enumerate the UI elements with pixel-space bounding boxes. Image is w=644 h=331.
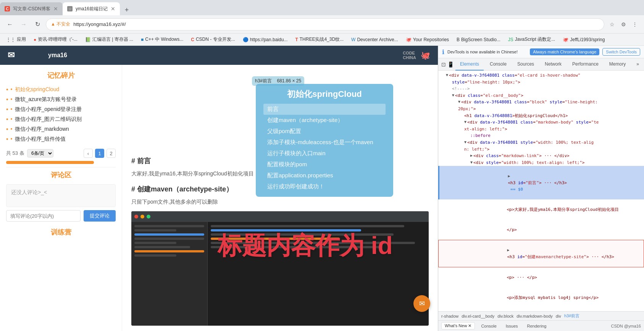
bookmark-2[interactable]: 📗 汇编语言 | 寄存器 ... — [82, 35, 136, 43]
breadcrumb-markdown[interactable]: div.markdown-body — [516, 314, 553, 318]
tab-more[interactable]: » — [632, 58, 644, 71]
code-line-16[interactable]: <p>大家好,我是yma16,本期分享springCloud初始化项目 — [438, 199, 644, 220]
breadcrumb-card-body[interactable]: div.el-card__body — [462, 314, 494, 318]
breadcrumb-h3[interactable]: h3#前言 — [564, 313, 579, 319]
toc-item-7[interactable]: 配置application.properties — [263, 170, 386, 181]
code-line-7[interactable]: <h1 data-v-3f648081>初始化springCloud</h1> — [438, 112, 644, 119]
code-line-13[interactable]: ▶ <div class="markdown-link"> ··· </div> — [438, 153, 644, 159]
bottom-tab-console[interactable]: Console — [478, 323, 499, 329]
arrow-4[interactable]: ▼ — [452, 92, 454, 98]
toc-item-4[interactable]: 添加子模块-mduleaccess-也是一个maven — [263, 137, 386, 148]
github-icon[interactable]: 🐙 — [421, 51, 430, 60]
code-line-12[interactable]: n: left;"> — [438, 146, 644, 153]
prev-page-button[interactable]: ‹ — [84, 149, 93, 158]
bookmark-apps[interactable]: ⋮⋮ 应用 — [3, 35, 29, 43]
toc-item-8[interactable]: 运行成功即创建成功！ — [263, 181, 386, 192]
list-item[interactable]: • 微信小程序_图片二维码识别 — [6, 114, 116, 124]
tab1-close[interactable]: ✕ — [53, 6, 58, 12]
code-line-19[interactable]: <p> ··· </p> — [438, 267, 644, 288]
comment-input[interactable] — [6, 210, 81, 222]
page-2-button[interactable]: 2 — [107, 149, 116, 158]
tab-memory[interactable]: Memory — [605, 58, 630, 71]
article-link-1[interactable]: 初始化springCloud — [15, 86, 60, 93]
breadcrumb-block[interactable]: div.block — [497, 314, 513, 318]
menu-icon[interactable]: ⋮ — [630, 20, 639, 29]
tab-yma16[interactable]: ☆ yma16前端日记 ✕ — [63, 2, 120, 15]
code-line-3[interactable]: <!----> — [438, 85, 644, 92]
bookmark-10[interactable]: JS JavaScript 函数定... — [505, 35, 558, 43]
tab-network[interactable]: Network — [540, 58, 566, 71]
code-line-9[interactable]: xt-align: left;"> — [438, 126, 644, 133]
code-line-1[interactable]: ▼ <div data-v-3f648081 class="el-card is… — [438, 72, 644, 79]
always-match-button[interactable]: Always match Chrome's language — [530, 48, 599, 55]
code-line-8[interactable]: ▼ <div data-v-3f648081 class="markdown-b… — [438, 119, 644, 126]
tab-csdn[interactable]: C 写文章-CSDN博客 ✕ — [0, 2, 63, 15]
bookmark-7[interactable]: W Devcenter Archive... — [348, 36, 401, 43]
toc-item-2[interactable]: 创建maven（archetype-site） — [263, 115, 386, 126]
code-line-11[interactable]: ▼ <div data-v-3f648081 style="width: 100… — [438, 139, 644, 146]
tab-performance[interactable]: Performance — [568, 58, 603, 71]
list-item[interactable]: • 初始化springCloud — [6, 85, 116, 95]
tab-console[interactable]: Console — [485, 58, 511, 71]
bookmark-11[interactable]: 🐙 JeffLi1993/spring — [560, 36, 608, 43]
switch-devtools-button[interactable]: Switch DevTools — [602, 48, 640, 56]
list-item[interactable]: • 微信小程序_组件传值 — [6, 134, 116, 144]
code-line-21[interactable]: <pre> ··· </pre> — [438, 308, 644, 311]
code-line-20[interactable]: <p>添加mysql mybatis log4j spring</p> — [438, 288, 644, 308]
bottom-tab-issues[interactable]: Issues — [503, 323, 521, 329]
list-item[interactable]: • 微软_azure第3方账号登录 — [6, 95, 116, 104]
bookmark-1[interactable]: ● 资讯·哔哩哔哩（'-... — [31, 35, 81, 43]
code-line-15-selected[interactable]: ▶ <h3 id="前言"> ··· </h3> == $0 — [438, 166, 644, 199]
toc-item-6[interactable]: 配置模块的pom — [263, 159, 386, 170]
refresh-button[interactable]: ↻ — [32, 19, 43, 30]
code-line-4[interactable]: ▼ <div class="el-card__body"> — [438, 92, 644, 99]
tab2-close[interactable]: ✕ — [111, 6, 115, 12]
breadcrumb-shadow[interactable]: r-shadow — [441, 314, 458, 318]
bookmark-5[interactable]: 🔵 https://pan.baidu... — [240, 36, 291, 43]
inspect-icon[interactable]: ⊡ — [441, 60, 446, 69]
contact-button[interactable]: ✉ — [413, 295, 430, 312]
code-line-5[interactable]: ▼ <div data-v-3f648081 class="block" sty… — [438, 99, 644, 106]
extension-icon[interactable]: ⚙ — [619, 20, 628, 29]
device-icon[interactable]: 📱 — [447, 60, 454, 69]
tab-sources[interactable]: Sources — [513, 58, 539, 71]
bookmark-6[interactable]: T THREE实战4_3D纹... — [292, 35, 347, 43]
arrow-13[interactable]: ▶ — [470, 153, 473, 159]
code-line-6[interactable]: 20px;"> — [438, 106, 644, 112]
url-bar[interactable]: ▲ 不安全 https://yongma16.xyz/#/ — [46, 18, 604, 31]
code-line-14[interactable]: ▼ <div style="width: 100%; text-align: l… — [438, 159, 644, 166]
bookmark-8[interactable]: 🐙 Your Repositories — [403, 36, 452, 43]
toc-item-1[interactable]: 前言 — [263, 104, 386, 115]
arrow-1[interactable]: ▼ — [446, 72, 448, 78]
bookmark-icon[interactable]: ☆ — [607, 20, 617, 29]
arrow-14[interactable]: ▼ — [470, 159, 473, 166]
devtools-code-area[interactable]: ▼ <div data-v-3f648081 class="el-card is… — [438, 71, 644, 311]
list-item[interactable]: • 微信小程序_openid登录注册 — [6, 104, 116, 114]
arrow-18[interactable]: ▶ — [507, 248, 509, 252]
new-tab-button[interactable]: + — [121, 5, 132, 15]
arrow-11[interactable]: ▼ — [464, 139, 466, 145]
list-item[interactable]: • 微信小程序_markdown — [6, 124, 116, 134]
tab-elements[interactable]: Elements — [455, 58, 484, 71]
toc-item-5[interactable]: 运行子模块的入口main — [263, 148, 386, 159]
bookmark-3[interactable]: ■ C++ 中 Windows... — [138, 35, 186, 43]
bottom-tab-whatsnew[interactable]: What's New ✕ — [441, 322, 475, 329]
arrow-8[interactable]: ▼ — [464, 119, 466, 125]
per-page-select[interactable]: 6条/页 — [27, 149, 53, 157]
code-line-2[interactable]: style="line-height: 10px;"> — [438, 79, 644, 86]
bottom-tab-rendering[interactable]: Rendering — [524, 323, 550, 329]
breadcrumb-div[interactable]: div — [556, 314, 561, 318]
comment-submit-button[interactable]: 提交评论 — [84, 210, 116, 222]
code-line-18[interactable]: ▶ <h3 id="创建mavenarchetype-site"> ··· </… — [438, 240, 644, 267]
arrow-5[interactable]: ▼ — [458, 99, 460, 105]
toc-item-3[interactable]: 父级pom配置 — [263, 126, 386, 137]
bookmark-4[interactable]: C CSDN - 专业开发... — [188, 35, 238, 43]
arrow-15[interactable]: ▶ — [508, 174, 510, 178]
site-header: ✉ 记忆碎片 yma16 CODECHINA 🐙 — [0, 46, 438, 65]
code-line-10[interactable]: ::before — [438, 132, 644, 139]
forward-button[interactable]: → — [18, 19, 29, 30]
back-button[interactable]: ← — [5, 19, 15, 30]
code-line-17[interactable]: </p> — [438, 220, 644, 240]
current-page[interactable]: 1 — [95, 149, 104, 158]
bookmark-9[interactable]: B BigScreen Studio... — [454, 36, 504, 43]
